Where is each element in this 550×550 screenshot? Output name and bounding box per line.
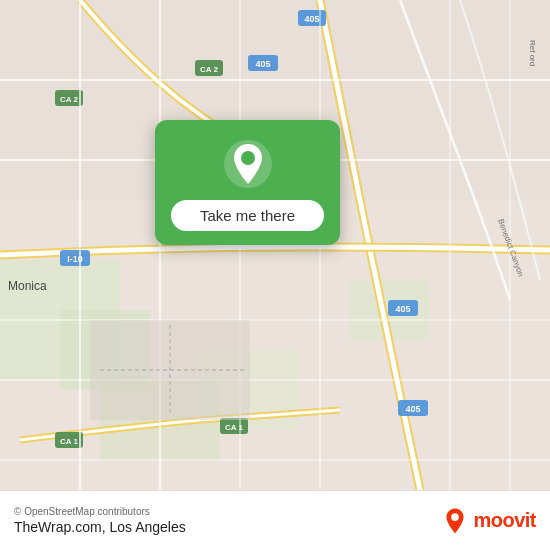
map-background: 405 405 405 I-10 CA 2 CA 2 405 CA 1 CA 1 [0, 0, 550, 490]
svg-text:Ref ord: Ref ord [528, 40, 537, 66]
bottom-bar: © OpenStreetMap contributors TheWrap.com… [0, 490, 550, 550]
svg-point-43 [241, 151, 255, 165]
svg-text:Monica: Monica [8, 279, 47, 293]
svg-text:405: 405 [405, 404, 420, 414]
bottom-left-info: © OpenStreetMap contributors TheWrap.com… [14, 506, 186, 535]
moovit-label: moovit [473, 509, 536, 532]
map-container: 405 405 405 I-10 CA 2 CA 2 405 CA 1 CA 1 [0, 0, 550, 490]
svg-text:405: 405 [304, 14, 319, 24]
svg-text:CA 1: CA 1 [60, 437, 78, 446]
location-name: TheWrap.com, Los Angeles [14, 519, 186, 535]
osm-credit: © OpenStreetMap contributors [14, 506, 186, 517]
location-pin-icon [222, 138, 274, 190]
svg-text:CA 2: CA 2 [60, 95, 78, 104]
svg-text:405: 405 [255, 59, 270, 69]
svg-text:405: 405 [395, 304, 410, 314]
svg-text:CA 2: CA 2 [200, 65, 218, 74]
moovit-pin-icon [441, 507, 469, 535]
take-me-there-button[interactable]: Take me there [171, 200, 324, 231]
svg-point-44 [452, 513, 460, 521]
moovit-logo: moovit [441, 507, 536, 535]
location-card: Take me there [155, 120, 340, 245]
